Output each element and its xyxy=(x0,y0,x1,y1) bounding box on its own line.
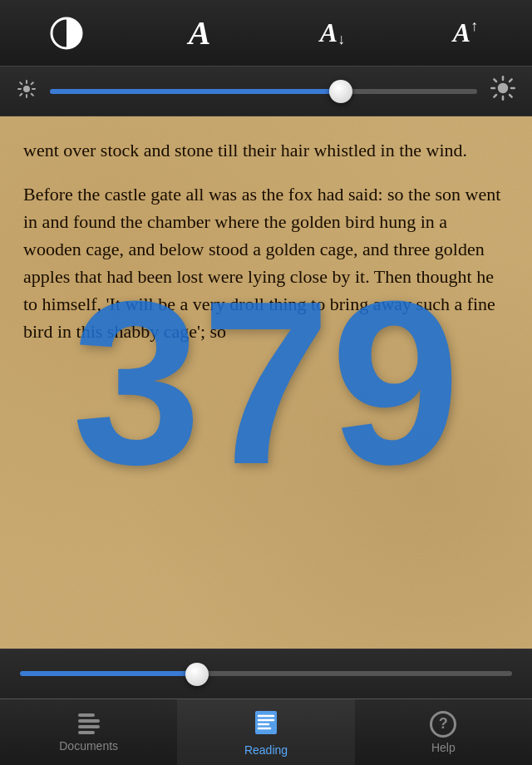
brightness-slider[interactable] xyxy=(50,88,477,95)
help-icon: ? xyxy=(430,711,456,738)
reading-text: went over stock and stone till their hai… xyxy=(23,136,509,345)
documents-icon xyxy=(76,712,101,736)
svg-line-16 xyxy=(510,95,512,97)
font-increase-button[interactable]: A↑ xyxy=(441,8,490,58)
svg-line-18 xyxy=(494,95,496,97)
tab-documents[interactable]: Documents xyxy=(0,699,177,765)
tab-bar: Documents Reading ? Help xyxy=(0,698,532,765)
tab-reading-label: Reading xyxy=(244,743,288,757)
progress-track xyxy=(20,671,512,676)
brightness-thumb[interactable] xyxy=(329,80,352,103)
reading-area[interactable]: went over stock and stone till their hai… xyxy=(0,116,532,649)
svg-line-17 xyxy=(510,79,512,81)
reading-icon xyxy=(252,708,280,740)
top-toolbar: A A↓ A↑ xyxy=(0,0,532,67)
progress-row xyxy=(0,649,532,698)
brightness-max-icon xyxy=(490,76,515,106)
brightness-min-icon xyxy=(17,79,37,103)
svg-line-8 xyxy=(32,82,33,84)
svg-rect-19 xyxy=(255,711,277,734)
progress-thumb[interactable] xyxy=(185,663,209,686)
svg-line-9 xyxy=(20,94,22,96)
paragraph-2: Before the castle gate all was as the fo… xyxy=(23,180,509,345)
tab-help-label: Help xyxy=(431,741,456,754)
tab-reading[interactable]: Reading xyxy=(177,699,354,765)
tab-help[interactable]: ? Help xyxy=(355,699,532,765)
contrast-button[interactable] xyxy=(42,8,91,58)
brightness-row xyxy=(0,67,532,116)
svg-line-6 xyxy=(20,82,22,84)
svg-point-10 xyxy=(498,83,509,94)
svg-point-1 xyxy=(23,86,30,92)
svg-line-15 xyxy=(494,79,496,81)
brightness-track xyxy=(50,89,477,94)
paragraph-1: went over stock and stone till their hai… xyxy=(23,136,509,164)
svg-line-7 xyxy=(32,94,33,96)
font-normal-button[interactable]: A xyxy=(175,8,224,58)
font-decrease-button[interactable]: A↓ xyxy=(308,8,357,58)
progress-slider[interactable] xyxy=(20,671,512,678)
tab-documents-label: Documents xyxy=(59,739,118,753)
